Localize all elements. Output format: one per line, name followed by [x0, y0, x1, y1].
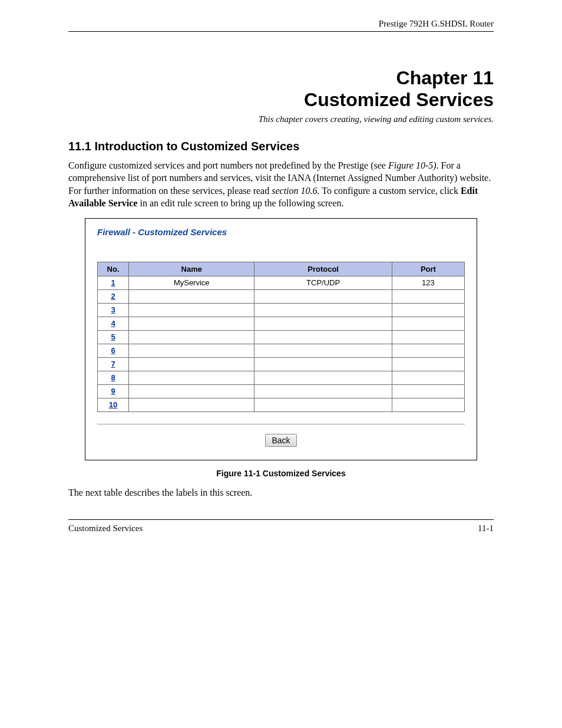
cell-name — [129, 317, 254, 330]
table-header-row: No. Name Protocol Port — [98, 262, 465, 276]
row-link[interactable]: 9 — [111, 387, 115, 396]
chapter-intro: This chapter covers creating, viewing an… — [68, 114, 494, 124]
row-link[interactable]: 5 — [111, 332, 115, 341]
cell-protocol — [254, 317, 392, 330]
cell-protocol — [254, 357, 392, 371]
cell-no: 8 — [98, 371, 129, 384]
after-figure-text: The next table describes the labels in t… — [68, 486, 494, 499]
cell-no: 2 — [98, 289, 129, 303]
cell-no: 1 — [98, 276, 129, 289]
cell-protocol — [254, 330, 392, 344]
services-table: No. Name Protocol Port 1MyServiceTCP/UDP… — [97, 262, 465, 412]
col-header-no: No. — [98, 262, 129, 276]
cell-no: 4 — [98, 317, 129, 330]
cell-port — [392, 317, 464, 330]
figure-frame: Firewall - Customized Services No. Name … — [85, 218, 477, 460]
table-row: 1MyServiceTCP/UDP123 — [98, 276, 465, 289]
cell-name — [129, 384, 254, 398]
chapter-title: Chapter 11 Customized Services — [68, 67, 494, 111]
col-header-protocol: Protocol — [254, 262, 392, 276]
cell-name — [129, 303, 254, 317]
cell-name — [129, 371, 254, 384]
cell-no: 6 — [98, 344, 129, 357]
cell-name — [129, 357, 254, 371]
row-link[interactable]: 7 — [111, 360, 115, 368]
row-link[interactable]: 1 — [111, 278, 115, 287]
para-ref-1: Figure 10-5) — [388, 160, 437, 170]
table-row: 8 — [98, 371, 465, 384]
figure-divider — [97, 424, 465, 424]
cell-no: 7 — [98, 357, 129, 371]
cell-protocol — [254, 384, 392, 398]
back-button[interactable]: Back — [265, 434, 296, 447]
cell-name — [129, 344, 254, 357]
table-row: 2 — [98, 289, 465, 303]
table-row: 7 — [98, 357, 465, 371]
para-text-d: in an edit rule screen to bring up the f… — [137, 198, 343, 208]
cell-protocol — [254, 344, 392, 357]
row-link[interactable]: 4 — [111, 319, 115, 328]
cell-protocol: TCP/UDP — [254, 276, 392, 289]
table-row: 6 — [98, 344, 465, 357]
page-footer: Customized Services 11-1 — [68, 519, 494, 533]
row-link[interactable]: 3 — [111, 305, 115, 314]
cell-protocol — [254, 371, 392, 384]
cell-protocol — [254, 398, 392, 411]
cell-no: 10 — [98, 398, 129, 411]
cell-port — [392, 371, 464, 384]
cell-protocol — [254, 303, 392, 317]
cell-port — [392, 384, 464, 398]
cell-port — [392, 289, 464, 303]
col-header-port: Port — [392, 262, 464, 276]
cell-name — [129, 330, 254, 344]
section-heading: 11.1 Introduction to Customized Services — [68, 140, 494, 153]
figure-title: Firewall - Customized Services — [97, 227, 465, 237]
cell-name: MyService — [129, 276, 254, 289]
chapter-name: Customized Services — [68, 89, 494, 111]
table-row: 9 — [98, 384, 465, 398]
cell-port — [392, 303, 464, 317]
table-row: 5 — [98, 330, 465, 344]
cell-name — [129, 289, 254, 303]
footer-left: Customized Services — [68, 523, 143, 533]
footer-right: 11-1 — [478, 523, 494, 533]
cell-port — [392, 398, 464, 411]
section-paragraph: Configure customized services and port n… — [68, 159, 494, 210]
cell-port: 123 — [392, 276, 464, 289]
cell-port — [392, 344, 464, 357]
para-text-c: To configure a custom service, click — [320, 186, 461, 196]
cell-name — [129, 398, 254, 411]
col-header-name: Name — [129, 262, 254, 276]
cell-protocol — [254, 289, 392, 303]
para-text-a: Configure customized services and port n… — [68, 160, 388, 170]
chapter-number: Chapter 11 — [68, 67, 494, 89]
para-ref-2: section 10.6. — [272, 186, 319, 196]
cell-no: 5 — [98, 330, 129, 344]
row-link[interactable]: 2 — [111, 292, 115, 301]
row-link[interactable]: 10 — [109, 400, 117, 409]
row-link[interactable]: 8 — [111, 373, 115, 382]
table-row: 10 — [98, 398, 465, 411]
row-link[interactable]: 6 — [111, 346, 115, 355]
cell-port — [392, 330, 464, 344]
page-header-title: Prestige 792H G.SHDSL Router — [68, 19, 494, 32]
cell-no: 9 — [98, 384, 129, 398]
table-row: 4 — [98, 317, 465, 330]
figure-caption: Figure 11-1 Customized Services — [68, 469, 494, 478]
cell-port — [392, 357, 464, 371]
table-row: 3 — [98, 303, 465, 317]
cell-no: 3 — [98, 303, 129, 317]
